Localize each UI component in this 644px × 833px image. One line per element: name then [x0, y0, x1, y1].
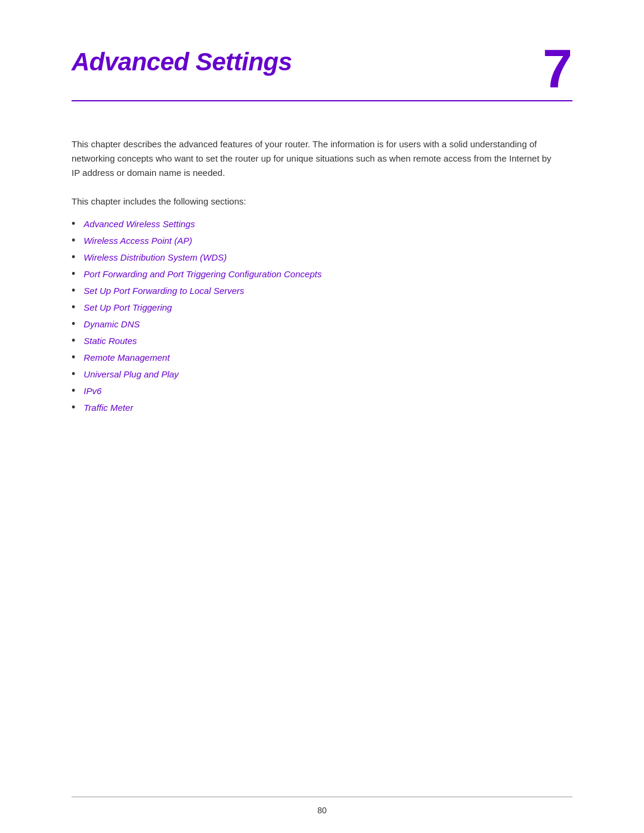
- bullet-icon: •: [72, 368, 75, 379]
- toc-list-item: •Wireless Access Point (AP): [72, 235, 572, 246]
- bullet-icon: •: [72, 268, 75, 279]
- bullet-icon: •: [72, 402, 75, 413]
- page-number: 80: [317, 806, 327, 815]
- toc-list-item: •IPv6: [72, 385, 572, 396]
- toc-list-item: •Port Forwarding and Port Triggering Con…: [72, 268, 572, 279]
- toc-list-item: •Set Up Port Triggering: [72, 302, 572, 312]
- toc-list-item: •Traffic Meter: [72, 402, 572, 413]
- toc-list: •Advanced Wireless Settings•Wireless Acc…: [72, 218, 572, 413]
- bullet-icon: •: [72, 235, 75, 246]
- toc-link-set-up-port-forwarding[interactable]: Set Up Port Forwarding to Local Servers: [83, 286, 244, 296]
- chapter-header: Advanced Settings 7: [72, 48, 572, 101]
- bullet-icon: •: [72, 318, 75, 329]
- toc-link-ipv6[interactable]: IPv6: [83, 386, 101, 396]
- toc-list-item: •Wireless Distribution System (WDS): [72, 252, 572, 262]
- chapter-number: 7: [543, 42, 572, 95]
- toc-link-dynamic-dns[interactable]: Dynamic DNS: [83, 319, 140, 329]
- toc-link-port-forwarding-concepts[interactable]: Port Forwarding and Port Triggering Conf…: [83, 269, 321, 279]
- bullet-icon: •: [72, 218, 75, 229]
- toc-list-item: •Set Up Port Forwarding to Local Servers: [72, 285, 572, 296]
- toc-list-item: •Static Routes: [72, 335, 572, 346]
- bullet-icon: •: [72, 252, 75, 262]
- toc-list-item: •Advanced Wireless Settings: [72, 218, 572, 229]
- toc-list-item: •Universal Plug and Play: [72, 368, 572, 379]
- toc-link-wireless-distribution-system[interactable]: Wireless Distribution System (WDS): [83, 252, 227, 262]
- bullet-icon: •: [72, 352, 75, 363]
- toc-link-traffic-meter[interactable]: Traffic Meter: [83, 402, 133, 413]
- bullet-icon: •: [72, 302, 75, 312]
- bullet-icon: •: [72, 335, 75, 346]
- chapter-title: Advanced Settings: [72, 48, 292, 76]
- toc-link-static-routes[interactable]: Static Routes: [83, 336, 137, 346]
- footer-line: [72, 797, 572, 797]
- sections-intro: This chapter includes the following sect…: [72, 194, 572, 209]
- toc-link-remote-management[interactable]: Remote Management: [83, 352, 169, 363]
- toc-link-advanced-wireless-settings[interactable]: Advanced Wireless Settings: [83, 219, 195, 229]
- page-container: Advanced Settings 7 This chapter describ…: [0, 0, 644, 833]
- toc-link-universal-plug-and-play[interactable]: Universal Plug and Play: [83, 369, 178, 379]
- toc-list-item: •Remote Management: [72, 352, 572, 363]
- intro-paragraph: This chapter describes the advanced feat…: [72, 137, 561, 180]
- toc-link-wireless-access-point[interactable]: Wireless Access Point (AP): [83, 236, 192, 246]
- bullet-icon: •: [72, 285, 75, 296]
- toc-list-item: •Dynamic DNS: [72, 318, 572, 329]
- bullet-icon: •: [72, 385, 75, 396]
- toc-link-set-up-port-triggering[interactable]: Set Up Port Triggering: [83, 302, 172, 312]
